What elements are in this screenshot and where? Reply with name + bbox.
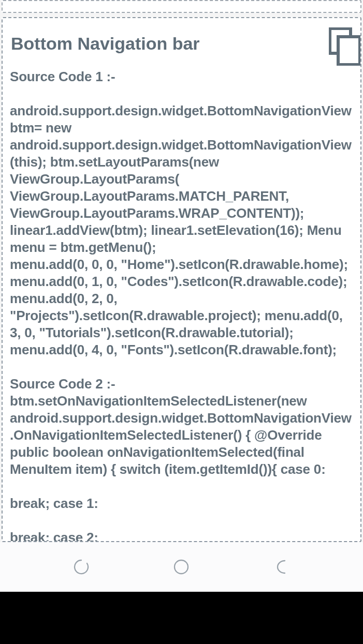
svg-point-2 bbox=[175, 560, 188, 574]
source-code-1-body-b: menu.add(0, 0, 0, "Home").setIcon(R.draw… bbox=[10, 256, 353, 358]
code-card: Bottom Navigation bar Source Code 1 :- a… bbox=[2, 17, 361, 542]
home-button[interactable] bbox=[172, 558, 190, 576]
source-code-2-label: Source Code 2 :- bbox=[10, 376, 353, 393]
card-title: Bottom Navigation bar bbox=[11, 34, 353, 54]
recent-apps-button[interactable] bbox=[72, 558, 90, 576]
copy-icon[interactable] bbox=[329, 27, 361, 66]
system-navigation-bar bbox=[0, 542, 363, 592]
source-code-2-body-b: break; case 1: bbox=[10, 495, 353, 512]
bottom-black-bar bbox=[0, 592, 363, 644]
source-code-1-label: Source Code 1 :- bbox=[10, 68, 353, 85]
source-code-2-body-c: break; case 2: bbox=[10, 529, 353, 542]
previous-card-peek bbox=[2, 0, 361, 13]
source-code-1-body-a: android.support.design.widget.BottomNavi… bbox=[10, 102, 353, 256]
back-button[interactable] bbox=[273, 558, 291, 576]
code-content: Source Code 1 :- android.support.design.… bbox=[10, 68, 353, 542]
svg-rect-1 bbox=[338, 37, 360, 65]
source-code-2-body-a: btm.setOnNavigationItemSelectedListener(… bbox=[10, 393, 353, 478]
